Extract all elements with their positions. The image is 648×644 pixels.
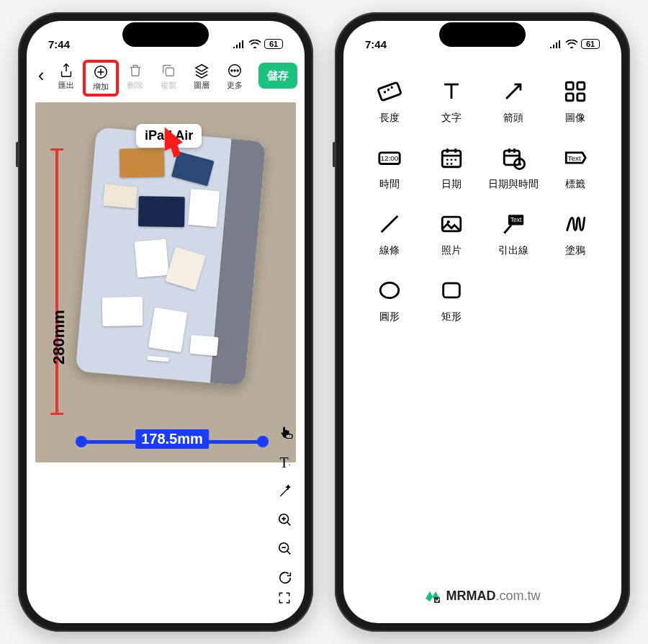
svg-text:12:00: 12:00 <box>381 154 399 162</box>
rect-icon <box>437 276 466 305</box>
ruler-icon <box>375 77 404 106</box>
vertical-dimension-value: 280mm <box>50 310 68 365</box>
status-time: 7:44 <box>48 38 70 50</box>
tool-line[interactable]: 線條 <box>362 210 417 257</box>
layers-button[interactable]: 圖層 <box>185 60 218 94</box>
svg-rect-12 <box>577 82 585 89</box>
status-time: 7:44 <box>365 38 387 50</box>
tool-text[interactable]: 文字 <box>424 77 479 125</box>
calendar-clock-icon <box>499 143 528 172</box>
tool-tag[interactable]: Text 標籤 <box>548 143 603 191</box>
svg-point-30 <box>380 282 399 298</box>
tool-arrow[interactable]: 箭頭 <box>486 77 541 125</box>
tool-label: 標籤 <box>565 178 585 191</box>
screen-left: 7:44 61 ‹ 匯出 增加 <box>27 21 305 623</box>
svg-text:Text: Text <box>567 154 580 162</box>
horizontal-dimension[interactable]: 178.5mm <box>81 440 263 444</box>
watermark-brand: MRMAD <box>446 589 495 603</box>
tool-photo[interactable]: 照片 <box>424 210 479 257</box>
svg-rect-23 <box>504 151 519 165</box>
tool-label: 線條 <box>379 244 400 257</box>
callout-icon: Text <box>499 210 528 238</box>
phone-left: 7:44 61 ‹ 匯出 增加 <box>18 12 313 632</box>
tool-label: 箭頭 <box>503 112 523 125</box>
zoom-in-icon[interactable] <box>276 511 294 529</box>
back-button[interactable]: ‹ <box>32 60 50 86</box>
horizontal-dimension-value: 178.5mm <box>135 429 209 449</box>
signal-icon <box>549 38 562 50</box>
tool-circle[interactable]: 圓形 <box>362 276 417 323</box>
tool-rect[interactable]: 矩形 <box>424 276 479 323</box>
text-size-icon[interactable]: T. <box>276 453 294 472</box>
tool-image[interactable]: 圖像 <box>548 77 603 125</box>
duplicate-button[interactable]: 複製 <box>152 60 185 94</box>
side-toolbar: OFF T. <box>276 424 294 587</box>
line-icon <box>375 210 404 238</box>
touch-toggle-icon[interactable]: OFF <box>276 424 294 443</box>
tool-label: 圖像 <box>565 112 585 125</box>
wifi-icon <box>566 38 577 50</box>
photo-icon <box>437 210 466 238</box>
vertical-dimension[interactable]: 280mm <box>55 148 58 415</box>
add-button[interactable]: 增加 <box>83 60 119 97</box>
tool-label: 照片 <box>441 244 462 257</box>
tool-label: 日期與時間 <box>488 178 539 191</box>
svg-point-20 <box>454 158 456 161</box>
zoom-out-icon[interactable] <box>276 540 294 558</box>
dynamic-island <box>439 22 526 47</box>
svg-rect-1 <box>166 68 174 76</box>
scribble-icon <box>561 210 590 238</box>
tool-date[interactable]: 日期 <box>424 143 479 191</box>
save-button[interactable]: 儲存 <box>258 63 297 89</box>
svg-point-22 <box>451 163 453 165</box>
photo-background: iPad Air 280mm 178.5mm <box>35 102 296 462</box>
dynamic-island <box>122 22 209 47</box>
battery-indicator: 61 <box>264 39 283 49</box>
svg-rect-10 <box>378 82 401 101</box>
rotate-icon[interactable] <box>276 568 294 587</box>
tool-datetime[interactable]: 日期與時間 <box>486 143 541 191</box>
export-button[interactable]: 匯出 <box>50 60 83 94</box>
layers-label: 圖層 <box>194 80 210 91</box>
tool-label: 長度 <box>379 112 400 125</box>
delete-button[interactable]: 刪除 <box>119 60 152 94</box>
watermark: MRMAD.com.tw <box>343 587 621 604</box>
time-icon: 12:00 <box>375 143 404 172</box>
svg-rect-31 <box>444 283 460 298</box>
tool-label: 日期 <box>441 178 462 191</box>
tool-scribble[interactable]: 塗鴉 <box>548 210 603 257</box>
tool-time[interactable]: 12:00 時間 <box>362 143 417 191</box>
watermark-suffix: .com.tw <box>495 589 540 603</box>
ipad-object[interactable] <box>76 127 266 385</box>
canvas[interactable]: iPad Air 280mm 178.5mm <box>35 102 296 462</box>
tool-label: 時間 <box>379 178 400 191</box>
more-button[interactable]: 更多 <box>218 60 251 94</box>
tool-label: 矩形 <box>441 310 462 323</box>
tool-callout[interactable]: Text 引出線 <box>486 210 541 257</box>
svg-point-21 <box>446 163 449 165</box>
svg-point-19 <box>451 158 453 161</box>
tag-icon: Text <box>561 143 590 172</box>
battery-indicator: 61 <box>581 39 600 49</box>
svg-point-4 <box>234 70 235 71</box>
editor-toolbar: ‹ 匯出 增加 刪除 複製 圖層 <box>27 60 305 102</box>
grid-icon <box>561 77 590 106</box>
circle-icon <box>375 276 404 305</box>
fullscreen-icon[interactable] <box>277 591 292 609</box>
svg-rect-13 <box>566 94 573 101</box>
svg-point-18 <box>446 158 449 161</box>
more-label: 更多 <box>227 80 243 91</box>
svg-rect-11 <box>566 82 573 89</box>
tool-length[interactable]: 長度 <box>362 77 417 125</box>
tool-label: 圓形 <box>379 310 400 323</box>
svg-text:Text: Text <box>510 216 522 223</box>
signal-icon <box>233 38 246 50</box>
tool-label: 引出線 <box>498 244 528 257</box>
tool-label: 塗鴉 <box>565 244 585 257</box>
magic-wand-icon[interactable] <box>276 482 294 501</box>
svg-point-3 <box>231 70 233 71</box>
delete-label: 刪除 <box>127 80 143 91</box>
phone-right: 7:44 61 長度 文字 箭頭 <box>335 12 630 632</box>
duplicate-label: 複製 <box>161 80 176 91</box>
add-tool-picker: 長度 文字 箭頭 圖像 12:00 時間 日期 <box>343 60 621 341</box>
